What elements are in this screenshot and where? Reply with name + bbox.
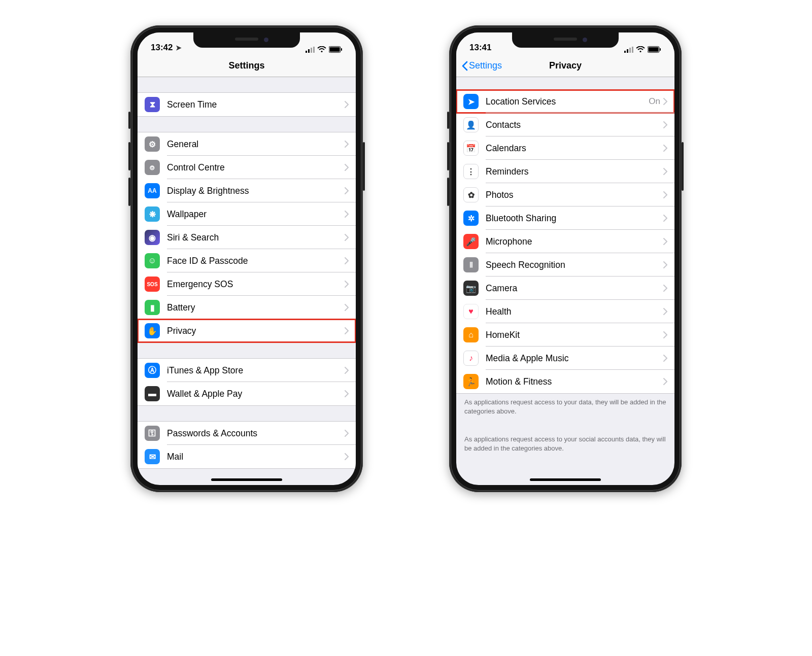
chevron-right-icon (663, 168, 667, 175)
row-label: Contacts (486, 120, 663, 130)
switches-icon: ⌾ (145, 160, 160, 175)
status-time: 13:41 (469, 43, 491, 53)
row-label: Photos (486, 190, 663, 200)
mail-icon: ✉ (145, 449, 160, 464)
settings-row-screen-time[interactable]: ⧗Screen Time (138, 93, 356, 116)
settings-row-emergency-sos[interactable]: SOSEmergency SOS (138, 272, 356, 296)
row-label: Location Services (486, 96, 649, 107)
settings-row-calendars[interactable]: 📅Calendars (456, 136, 674, 160)
chevron-right-icon (663, 355, 667, 362)
home-icon: ⌂ (463, 327, 479, 342)
row-label: Bluetooth Sharing (486, 213, 663, 224)
settings-row-reminders[interactable]: ⋮Reminders (456, 160, 674, 183)
home-indicator[interactable] (530, 478, 601, 481)
iphone-frame-left: 13:42 ➤ Settings ⧗Screen Time⚙General⌾Co… (130, 25, 363, 492)
settings-row-contacts[interactable]: 👤Contacts (456, 113, 674, 136)
settings-row-wallet-apple-pay[interactable]: ▬Wallet & Apple Pay (138, 382, 356, 405)
group-footer: As applications request access to your s… (456, 431, 674, 453)
settings-group: ➤Location ServicesOn👤Contacts📅Calendars⋮… (456, 89, 674, 394)
row-label: General (167, 139, 345, 150)
row-label: Microphone (486, 236, 663, 247)
nav-bar: Settings Privacy (456, 55, 674, 77)
wifi-icon (636, 46, 645, 53)
page-title: Settings (228, 60, 264, 71)
page-title: Privacy (549, 60, 582, 71)
settings-row-general[interactable]: ⚙General (138, 132, 356, 156)
nav-bar: Settings (138, 55, 356, 77)
row-label: HomeKit (486, 330, 663, 340)
settings-row-microphone[interactable]: 🎤Microphone (456, 230, 674, 253)
running-icon: 🏃 (463, 374, 479, 389)
settings-row-health[interactable]: ♥Health (456, 300, 674, 323)
settings-row-location-services[interactable]: ➤Location ServicesOn (456, 90, 674, 113)
settings-group: ⚙General⌾Control CentreAADisplay & Brigh… (138, 132, 356, 343)
chevron-right-icon (663, 331, 667, 338)
notch (512, 32, 619, 48)
row-label: Display & Brightness (167, 186, 345, 196)
status-time: 13:42 (151, 43, 173, 53)
chevron-right-icon (345, 101, 349, 108)
contacts-icon: 👤 (463, 117, 479, 132)
chevron-right-icon (345, 281, 349, 288)
settings-group: ⧗Screen Time (138, 92, 356, 117)
camera-icon: 📷 (463, 281, 479, 296)
settings-row-itunes-app-store[interactable]: ⒶiTunes & App Store (138, 359, 356, 382)
music-icon: ♪ (463, 351, 479, 366)
chevron-right-icon (663, 261, 667, 268)
privacy-list[interactable]: ➤Location ServicesOn👤Contacts📅Calendars⋮… (456, 77, 674, 485)
settings-row-battery[interactable]: ▮Battery (138, 296, 356, 319)
chevron-right-icon (663, 308, 667, 315)
chevron-right-icon (345, 430, 349, 437)
settings-row-mail[interactable]: ✉Mail (138, 445, 356, 468)
waveform-icon: ⫴ (463, 257, 479, 272)
appstore-icon: Ⓐ (145, 363, 160, 378)
notch (193, 32, 300, 48)
back-label: Settings (469, 60, 502, 71)
settings-row-media-apple-music[interactable]: ♪Media & Apple Music (456, 347, 674, 370)
key-icon: ⚿ (145, 426, 160, 441)
settings-row-display-brightness[interactable]: AADisplay & Brightness (138, 179, 356, 202)
settings-row-control-centre[interactable]: ⌾Control Centre (138, 156, 356, 179)
row-label: Privacy (167, 326, 345, 336)
home-indicator[interactable] (211, 478, 282, 481)
reminders-icon: ⋮ (463, 164, 479, 179)
chevron-right-icon (663, 215, 667, 222)
chevron-right-icon (345, 257, 349, 264)
row-label: Wallpaper (167, 209, 345, 220)
row-label: Wallet & Apple Pay (167, 389, 345, 399)
row-label: iTunes & App Store (167, 365, 345, 376)
photos-icon: ✿ (463, 187, 479, 202)
row-label: Camera (486, 283, 663, 294)
settings-row-siri-search[interactable]: ◉Siri & Search (138, 226, 356, 249)
chevron-right-icon (345, 141, 349, 148)
siri-icon: ◉ (145, 230, 160, 245)
settings-row-face-id-passcode[interactable]: ☺Face ID & Passcode (138, 249, 356, 272)
row-label: Media & Apple Music (486, 353, 663, 364)
location-arrow-icon: ➤ (176, 44, 182, 52)
group-footer: As applications request access to your d… (456, 394, 674, 416)
settings-row-photos[interactable]: ✿Photos (456, 183, 674, 206)
settings-group: ⚿Passwords & Accounts✉Mail (138, 421, 356, 469)
microphone-icon: 🎤 (463, 234, 479, 249)
location-arrow-icon: ➤ (463, 94, 479, 109)
settings-list[interactable]: ⧗Screen Time⚙General⌾Control CentreAADis… (138, 77, 356, 485)
chevron-right-icon (345, 164, 349, 171)
row-detail: On (649, 96, 660, 107)
settings-row-wallpaper[interactable]: ❋Wallpaper (138, 202, 356, 226)
hand-icon: ✋ (145, 323, 160, 338)
row-label: Emergency SOS (167, 279, 345, 290)
settings-row-homekit[interactable]: ⌂HomeKit (456, 323, 674, 347)
chevron-right-icon (663, 238, 667, 245)
settings-row-passwords-accounts[interactable]: ⚿Passwords & Accounts (138, 422, 356, 445)
back-button[interactable]: Settings (461, 60, 502, 71)
signal-icon (306, 47, 315, 53)
settings-row-privacy[interactable]: ✋Privacy (138, 319, 356, 342)
iphone-frame-right: 13:41 Settings Privacy ➤Location Service… (449, 25, 682, 492)
chevron-right-icon (345, 390, 349, 397)
settings-row-camera[interactable]: 📷Camera (456, 277, 674, 300)
settings-row-speech-recognition[interactable]: ⫴Speech Recognition (456, 253, 674, 277)
heart-icon: ♥ (463, 304, 479, 319)
flower-icon: ❋ (145, 206, 160, 222)
settings-row-motion-fitness[interactable]: 🏃Motion & Fitness (456, 370, 674, 393)
settings-row-bluetooth-sharing[interactable]: ✲Bluetooth Sharing (456, 206, 674, 230)
